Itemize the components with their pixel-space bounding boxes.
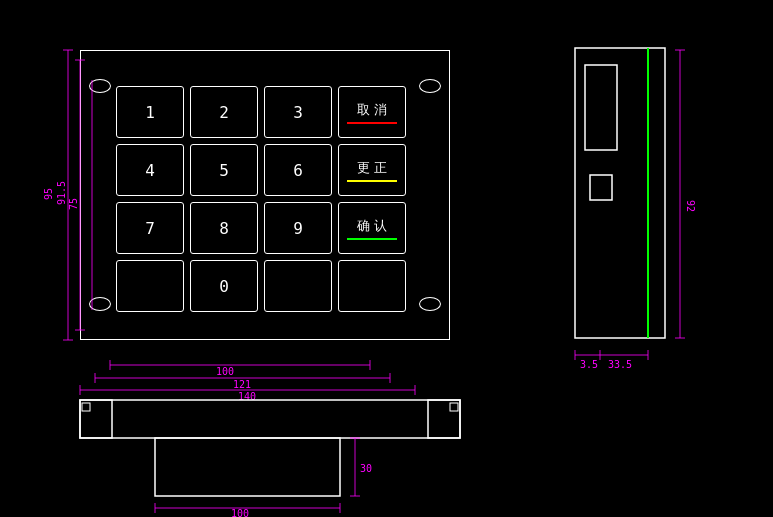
key-3[interactable]: 3 bbox=[264, 86, 332, 138]
svg-rect-25 bbox=[590, 175, 612, 200]
keys-grid: 1 2 3 取 消 4 5 6 更 正 7 8 9 确 认 0 bbox=[116, 86, 406, 312]
key-1[interactable]: 1 bbox=[116, 86, 184, 138]
svg-text:33.5: 33.5 bbox=[608, 359, 632, 370]
mount-hole-br bbox=[419, 297, 441, 311]
key-4[interactable]: 4 bbox=[116, 144, 184, 196]
svg-text:92: 92 bbox=[685, 200, 696, 212]
key-5[interactable]: 5 bbox=[190, 144, 258, 196]
mount-hole-tr bbox=[419, 79, 441, 93]
front-view: 1 2 3 取 消 4 5 6 更 正 7 8 9 确 认 0 bbox=[60, 30, 480, 360]
svg-rect-42 bbox=[155, 438, 340, 496]
svg-rect-37 bbox=[80, 400, 460, 438]
svg-rect-22 bbox=[575, 48, 665, 338]
key-8[interactable]: 8 bbox=[190, 202, 258, 254]
key-0[interactable]: 0 bbox=[190, 260, 258, 312]
mount-hole-tl bbox=[89, 79, 111, 93]
svg-rect-38 bbox=[80, 400, 112, 438]
key-9[interactable]: 9 bbox=[264, 202, 332, 254]
svg-text:121: 121 bbox=[233, 379, 251, 390]
svg-text:100: 100 bbox=[216, 366, 234, 377]
key-6[interactable]: 6 bbox=[264, 144, 332, 196]
svg-rect-40 bbox=[428, 400, 460, 438]
key-2[interactable]: 2 bbox=[190, 86, 258, 138]
key-7[interactable]: 7 bbox=[116, 202, 184, 254]
keypad-outer-border: 1 2 3 取 消 4 5 6 更 正 7 8 9 确 认 0 bbox=[80, 50, 450, 340]
svg-text:140: 140 bbox=[238, 391, 256, 402]
svg-text:3.5: 3.5 bbox=[580, 359, 598, 370]
mount-hole-bl bbox=[89, 297, 111, 311]
svg-rect-39 bbox=[82, 403, 90, 411]
svg-rect-24 bbox=[585, 65, 617, 150]
key-blank-far-right bbox=[338, 260, 406, 312]
svg-text:95: 95 bbox=[43, 188, 54, 200]
svg-text:100: 100 bbox=[231, 508, 249, 517]
key-confirm[interactable]: 确 认 bbox=[338, 202, 406, 254]
key-cancel[interactable]: 取 消 bbox=[338, 86, 406, 138]
key-correct[interactable]: 更 正 bbox=[338, 144, 406, 196]
key-blank-right bbox=[264, 260, 332, 312]
key-blank-left bbox=[116, 260, 184, 312]
svg-text:30: 30 bbox=[360, 463, 372, 474]
svg-rect-41 bbox=[450, 403, 458, 411]
